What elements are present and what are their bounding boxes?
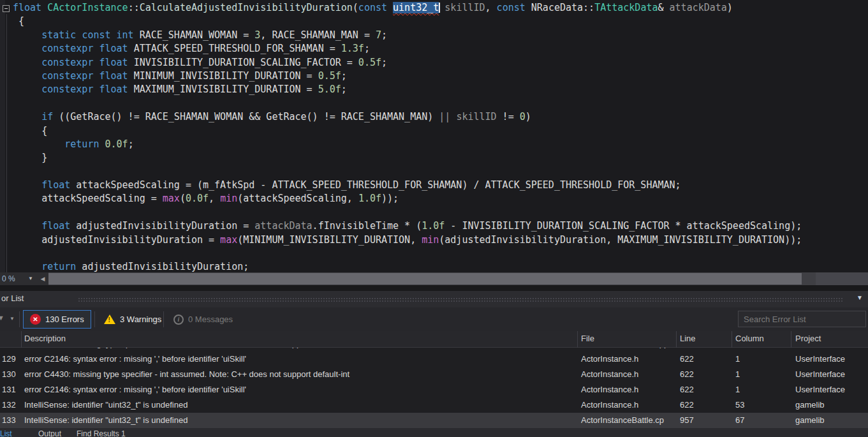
horizontal-scrollbar-track[interactable] <box>48 272 868 285</box>
column-header-line[interactable]: Line <box>680 334 696 343</box>
code-token: MAXIMUM_INVISIBILITY_DURATION = <box>128 84 318 95</box>
column-divider[interactable] <box>21 331 22 348</box>
code-line[interactable] <box>0 97 868 110</box>
warnings-filter-button[interactable]: 3 Warnings <box>98 310 168 329</box>
code-token: constexpr <box>41 57 93 68</box>
error-row[interactable]: 132IntelliSense: identifier "uint32_t" i… <box>0 397 868 413</box>
chevron-down-icon[interactable]: ▼ <box>857 294 863 301</box>
column-header-description[interactable]: Description <box>24 334 66 343</box>
code-line[interactable] <box>0 247 868 260</box>
code-token: static <box>41 29 76 41</box>
row-file: ActorInstance.h <box>581 397 678 413</box>
code-token: ) <box>526 111 531 122</box>
code-token: , <box>485 2 497 13</box>
error-list-titlebar[interactable]: or List ▼ <box>0 291 868 307</box>
code-line[interactable]: constexpr float ATTACK_SPEED_THRESHOLD_F… <box>0 42 868 56</box>
code-token: if <box>41 111 53 122</box>
code-token: { <box>13 125 47 137</box>
code-line[interactable]: attackSpeedScaling = max(0.0f, min(attac… <box>0 192 868 205</box>
code-line[interactable]: float CActorInstance::CalculateAdjustedI… <box>0 1 868 15</box>
horizontal-scrollbar-thumb[interactable] <box>48 273 802 285</box>
column-divider[interactable] <box>676 331 677 348</box>
row-description: error C4430: missing type specifier - in… <box>24 367 573 382</box>
code-line[interactable]: } <box>0 151 868 165</box>
code-line[interactable] <box>0 165 868 179</box>
code-token: , RACE_SHAMAN_MAN = <box>260 29 376 41</box>
column-divider[interactable] <box>577 331 578 348</box>
code-token: & <box>658 2 669 13</box>
code-token <box>13 43 41 54</box>
row-description: IntelliSense: identifier "uint32_t" is u… <box>24 397 573 413</box>
row-number: 132 <box>2 397 23 413</box>
code-line[interactable]: static const int RACE_SHAMAN_WOMAN = 3, … <box>0 29 868 42</box>
column-divider[interactable] <box>791 331 791 348</box>
panel-tab-output[interactable]: Output <box>38 429 61 437</box>
code-token: CalculateAdjustedInvisibilityDuration <box>140 2 353 13</box>
code-token: != <box>497 111 520 122</box>
column-header-project[interactable]: Project <box>795 334 821 343</box>
messages-filter-button[interactable]: i 0 Messages <box>167 310 239 329</box>
code-token: const <box>82 29 110 41</box>
code-token <box>13 261 41 272</box>
code-token: return <box>64 138 99 150</box>
code-line[interactable]: return adjustedInvisibilityDuration; <box>0 260 868 272</box>
code-token: attackData <box>254 220 312 232</box>
code-line[interactable]: float attackSpeedScaling = (m_fAtkSpd - … <box>0 179 868 192</box>
code-line[interactable]: return 0.0f; <box>0 138 868 151</box>
code-line[interactable] <box>0 206 868 219</box>
code-fold-collapse-icon[interactable] <box>3 5 10 12</box>
code-token: RACE_SHAMAN_WOMAN = <box>134 29 255 41</box>
code-line[interactable]: float adjustedInvisibilityDuration = att… <box>0 219 868 233</box>
error-row[interactable]: 130error C4430: missing type specifier -… <box>0 367 868 382</box>
code-token: 3 <box>254 29 260 41</box>
zoom-value: 0 % <box>0 274 15 283</box>
code-line[interactable]: constexpr float MINIMUM_INVISIBILITY_DUR… <box>0 70 868 83</box>
code-token: { <box>13 15 24 27</box>
code-line[interactable]: constexpr float INVISIBILITY_DURATION_SC… <box>0 56 868 70</box>
code-line[interactable]: constexpr float MAXIMUM_INVISIBILITY_DUR… <box>0 83 868 96</box>
code-token <box>13 70 41 82</box>
errors-filter-button[interactable]: ✕ 130 Errors <box>23 310 91 329</box>
row-project: UserInterface <box>795 352 867 367</box>
code-token <box>13 179 41 191</box>
filter-dropdown-cut[interactable]: ▼▼ <box>0 314 15 322</box>
column-divider[interactable] <box>732 331 732 348</box>
code-token: NRaceData:: <box>526 2 594 13</box>
column-header-file[interactable]: File <box>581 334 594 343</box>
row-description: error C2146: syntax error : missing ',' … <box>24 352 573 367</box>
row-number: 129 <box>2 352 23 367</box>
code-line[interactable]: adjustedInvisibilityDuration = max(MINIM… <box>0 233 868 247</box>
code-line[interactable]: if ((GetRace() != RACE_SHAMAN_WOMAN && G… <box>0 110 868 124</box>
editor-zoom-control[interactable]: 0 % ▼ <box>0 272 37 285</box>
toolbar-separator <box>163 311 164 327</box>
search-error-list-input[interactable] <box>738 311 866 327</box>
error-row[interactable]: 131error C2146: syntax error : missing '… <box>0 382 868 397</box>
row-file: ActorInstance.h <box>581 367 678 382</box>
code-token: 0.0f <box>186 193 209 204</box>
code-token: max <box>220 234 237 246</box>
error-row[interactable]: 129error C2146: syntax error : missing '… <box>0 352 868 367</box>
error-row[interactable]: 133IntelliSense: identifier "uint32_t" i… <box>0 413 868 428</box>
code-editor[interactable]: float CActorInstance::CalculateAdjustedI… <box>0 0 868 272</box>
row-project: gamelib <box>795 397 867 413</box>
code-token: const <box>497 2 526 13</box>
code-token: int <box>117 29 134 41</box>
code-token: attackSpeedScaling = (m_fAtkSpd - ATTACK… <box>70 179 680 191</box>
panel-tab-find-results-1[interactable]: Find Results 1 <box>77 429 126 437</box>
chevron-down-icon[interactable]: ▼ <box>28 272 33 285</box>
code-token: constexpr <box>41 84 93 95</box>
column-header-column[interactable]: Column <box>735 334 764 343</box>
code-line[interactable]: { <box>0 15 868 28</box>
code-token: ((GetRace() != RACE_SHAMAN_WOMAN && GetR… <box>53 111 439 122</box>
code-token: } <box>13 152 47 163</box>
toolbar-separator <box>19 311 20 327</box>
code-line[interactable]: { <box>0 124 868 138</box>
scroll-left-arrow-icon[interactable]: ◀ <box>37 272 48 285</box>
panel-tab-or-list[interactable]: or List <box>0 429 12 437</box>
code-token: constexpr <box>41 70 93 82</box>
error-list-toolbar: ▼▼ ✕ 130 Errors 3 Warnings i 0 Messages <box>0 307 868 331</box>
code-token: return <box>41 261 76 272</box>
row-line: 622 <box>680 352 730 367</box>
code-token <box>13 84 41 95</box>
code-token: 1.3f <box>341 43 364 54</box>
